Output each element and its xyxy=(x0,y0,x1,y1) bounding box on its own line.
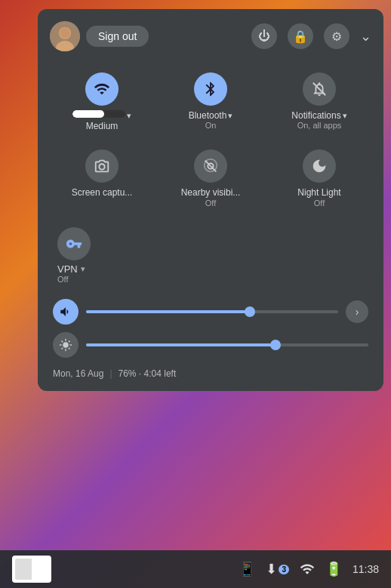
brightness-icon-circle[interactable] xyxy=(53,332,79,358)
sign-out-button[interactable]: Sign out xyxy=(86,26,149,47)
volume-slider-row: › xyxy=(50,299,371,325)
status-divider: | xyxy=(109,368,112,379)
wifi-tile-label: Medium xyxy=(86,121,119,131)
vpn-label: VPN xyxy=(57,263,78,275)
taskbar-wifi-icon[interactable] xyxy=(300,562,315,577)
screen-capture-tile-label-wrap: Screen captu... xyxy=(72,187,133,198)
night-light-icon-circle xyxy=(303,149,336,183)
quick-settings-panel: Sign out ⏻ 🔒 ⚙ ⌄ xyxy=(38,9,383,391)
header-icons: ⏻ 🔒 ⚙ ⌄ xyxy=(251,23,371,49)
window-thumbnail-preview xyxy=(15,559,48,580)
vpn-label-row[interactable]: VPN ▾ xyxy=(57,263,85,275)
taskbar-left xyxy=(12,556,51,583)
vpn-caret-icon: ▾ xyxy=(81,264,85,274)
bluetooth-tile[interactable]: Bluetooth ▾ On xyxy=(159,65,263,137)
bluetooth-tile-sublabel: On xyxy=(205,121,217,130)
screen-capture-tile-label: Screen captu... xyxy=(72,187,133,198)
screen-capture-icon-circle xyxy=(85,149,119,183)
chevron-down-icon: ⌄ xyxy=(360,29,371,44)
battery-icon: 🔋 xyxy=(325,561,342,577)
lock-icon: 🔒 xyxy=(293,29,308,44)
bluetooth-tile-label-wrap: Bluetooth ▾ On xyxy=(189,110,233,130)
power-button[interactable]: ⏻ xyxy=(251,23,277,49)
tiles-grid: ▾ Medium Bluetooth ▾ On xyxy=(50,65,371,214)
wifi-bar xyxy=(72,110,125,118)
lock-button[interactable]: 🔒 xyxy=(288,23,313,49)
notifications-tile[interactable]: Notifications ▾ On, all apps xyxy=(267,65,371,137)
brightness-slider-row xyxy=(50,332,371,358)
expand-button[interactable]: ⌄ xyxy=(360,28,371,45)
window-thumbnail[interactable] xyxy=(12,556,51,583)
download-badge-wrap[interactable]: ⬇ 3 xyxy=(266,561,289,577)
vpn-icon-circle xyxy=(57,227,91,260)
volume-slider-fill xyxy=(86,310,250,313)
power-icon: ⏻ xyxy=(258,29,270,43)
status-row: Mon, 16 Aug | 76% · 4:04 left xyxy=(50,365,371,379)
night-light-tile-label: Night Light xyxy=(297,187,340,198)
volume-arrow-button[interactable]: › xyxy=(346,300,368,323)
volume-icon-circle[interactable] xyxy=(53,299,79,325)
brightness-slider-thumb[interactable] xyxy=(270,340,281,350)
volume-slider-thumb[interactable] xyxy=(245,306,255,317)
taskbar: 📱 ⬇ 3 🔋 11:38 xyxy=(0,550,391,588)
vpn-row: VPN ▾ Off xyxy=(50,221,371,293)
bluetooth-tile-label: Bluetooth xyxy=(189,110,227,121)
phone-icon[interactable]: 📱 xyxy=(239,561,255,577)
wifi-tile[interactable]: ▾ Medium xyxy=(50,65,154,137)
settings-button[interactable]: ⚙ xyxy=(324,23,349,49)
nearby-tile-label-wrap: Nearby visibi... Off xyxy=(181,187,241,207)
brightness-slider-fill xyxy=(86,343,276,346)
notifications-tile-label: Notifications xyxy=(291,110,340,121)
vpn-sublabel: Off xyxy=(57,275,68,284)
brightness-slider-track[interactable] xyxy=(86,343,368,346)
download-icon: ⬇ xyxy=(266,561,277,577)
gear-icon: ⚙ xyxy=(331,29,342,44)
svg-point-3 xyxy=(60,28,70,38)
header-row: Sign out ⏻ 🔒 ⚙ ⌄ xyxy=(50,21,371,51)
notifications-tile-label-wrap: Notifications ▾ On, all apps xyxy=(291,110,346,130)
avatar[interactable] xyxy=(50,21,80,51)
wifi-tile-label-wrap: ▾ Medium xyxy=(72,110,131,131)
night-light-tile-label-wrap: Night Light Off xyxy=(297,187,340,207)
bluetooth-icon-circle xyxy=(194,72,227,106)
nearby-icon-circle xyxy=(194,149,227,183)
screen-capture-tile[interactable]: Screen captu... xyxy=(50,142,154,213)
nearby-tile-sublabel: Off xyxy=(205,199,216,208)
night-light-tile[interactable]: Night Light Off xyxy=(267,142,371,213)
notifications-icon-circle xyxy=(303,72,336,106)
volume-slider-track[interactable] xyxy=(86,310,338,313)
wifi-icon-circle xyxy=(85,72,119,106)
nearby-tile[interactable]: Nearby visibi... Off xyxy=(159,142,263,213)
status-date: Mon, 16 Aug xyxy=(53,368,103,379)
status-battery: 76% · 4:04 left xyxy=(119,368,177,379)
taskbar-right: 📱 ⬇ 3 🔋 11:38 xyxy=(239,561,379,577)
night-light-tile-sublabel: Off xyxy=(314,199,325,208)
taskbar-time: 11:38 xyxy=(353,563,379,575)
notifications-tile-sublabel: On, all apps xyxy=(297,121,342,130)
download-badge: 3 xyxy=(279,565,289,574)
nearby-tile-label: Nearby visibi... xyxy=(181,187,241,198)
